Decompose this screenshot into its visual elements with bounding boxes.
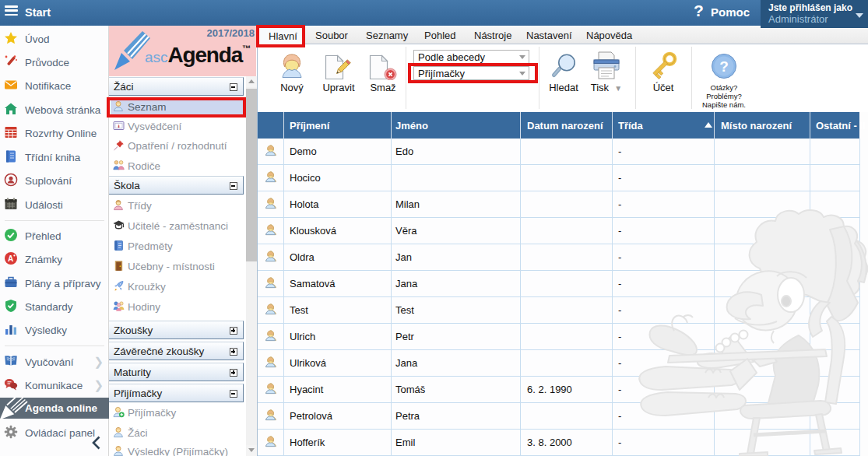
svg-text:?: ? xyxy=(719,58,729,75)
svg-text:A: A xyxy=(8,254,13,263)
